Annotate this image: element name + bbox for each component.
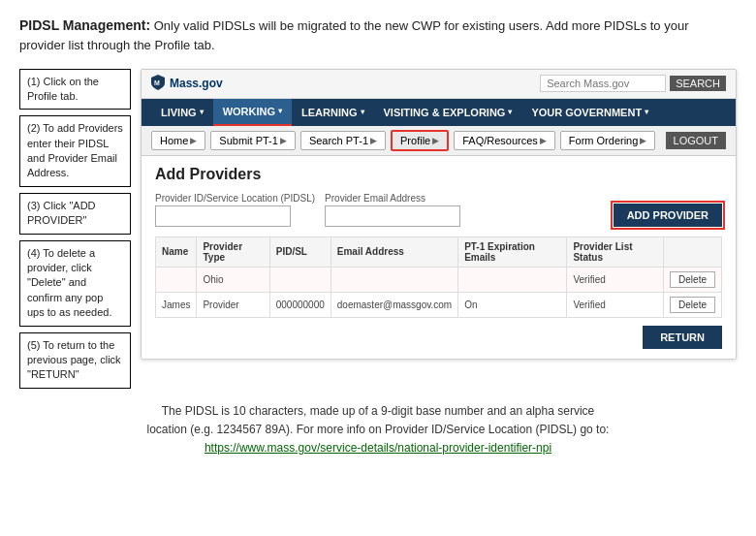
email-field-group: Provider Email Address xyxy=(325,193,460,227)
subnav-search-pt1[interactable]: Search PT-1 ▶ xyxy=(300,131,386,150)
chevron-down-icon: ▾ xyxy=(645,108,648,116)
col-actions xyxy=(664,236,722,267)
nav-item-learning[interactable]: LEARNING ▾ xyxy=(292,100,373,125)
arrow-icon: ▶ xyxy=(370,136,377,145)
cell-expiration: On xyxy=(458,292,567,317)
cell-name: James xyxy=(156,292,197,317)
cell-delete: Delete xyxy=(664,267,722,292)
col-email: Email Address xyxy=(331,236,457,267)
cell-type: Ohio xyxy=(197,267,269,292)
cell-pid: 000000000 xyxy=(269,292,331,317)
subnav-form-ordering[interactable]: Form Ordering ▶ xyxy=(560,131,656,150)
svg-text:M: M xyxy=(154,79,160,86)
sub-nav: Home ▶ Submit PT-1 ▶ Search PT-1 ▶ Profi… xyxy=(142,126,736,156)
cell-name xyxy=(156,267,197,292)
provider-table: Name Provider Type PID/SL Email Address … xyxy=(155,236,722,318)
table-header-row: Name Provider Type PID/SL Email Address … xyxy=(156,236,722,267)
search-input[interactable] xyxy=(540,75,666,92)
browser-mockup: M Mass.gov SEARCH LIVING ▾ WORKING ▾ LEA… xyxy=(141,69,737,360)
cell-email: doemaster@massgov.com xyxy=(331,292,457,317)
section-title: Add Providers xyxy=(155,166,722,183)
col-provider-type: Provider Type xyxy=(197,236,269,267)
col-status: Provider List Status xyxy=(567,236,664,267)
add-provider-button[interactable]: ADD PROVIDER xyxy=(614,204,722,227)
annotation-3: (3) Click "ADD PROVIDER" xyxy=(19,193,131,235)
chevron-down-icon: ▾ xyxy=(361,108,364,116)
footer-text: The PIDSL is 10 characters, made up of a… xyxy=(19,402,737,458)
cell-pid xyxy=(269,267,331,292)
nav-item-government[interactable]: YOUR GOVERNMENT ▾ xyxy=(521,100,658,125)
delete-button[interactable]: Delete xyxy=(670,297,715,313)
cell-status: Verified xyxy=(567,292,664,317)
pidsl-field-group: Provider ID/Service Location (PIDSL) xyxy=(155,193,315,227)
nav-item-living[interactable]: LIVING ▾ xyxy=(151,100,213,125)
massgov-logo: M Mass.gov xyxy=(151,75,223,93)
nav-item-working[interactable]: WORKING ▾ xyxy=(213,99,292,126)
shield-icon: M xyxy=(151,75,165,93)
return-row: RETURN xyxy=(155,326,722,349)
table-row: Ohio Verified Delete xyxy=(156,267,722,292)
annotation-5: (5) To return to the previous page, clic… xyxy=(19,332,131,389)
subnav-profile[interactable]: Profile ▶ xyxy=(391,130,449,151)
footer-link[interactable]: https://www.mass.gov/service-details/nat… xyxy=(205,441,551,455)
chevron-down-icon: ▾ xyxy=(278,107,282,115)
add-provider-form: Provider ID/Service Location (PIDSL) Pro… xyxy=(155,193,722,227)
cell-status: Verified xyxy=(567,267,664,292)
main-layout: (1) Click on the Profile tab. (2) To add… xyxy=(19,69,737,389)
annotations-column: (1) Click on the Profile tab. (2) To add… xyxy=(19,69,131,389)
pidsl-input[interactable] xyxy=(155,205,291,227)
cell-delete: Delete xyxy=(664,292,722,317)
arrow-icon: ▶ xyxy=(432,136,439,145)
email-label: Provider Email Address xyxy=(325,193,460,204)
subnav-submit-pt1[interactable]: Submit PT-1 ▶ xyxy=(210,131,296,150)
massgov-search: SEARCH xyxy=(540,75,726,92)
annotation-1: (1) Click on the Profile tab. xyxy=(19,69,131,110)
chevron-down-icon: ▾ xyxy=(508,108,512,116)
cell-email xyxy=(331,267,457,292)
content-area: Add Providers Provider ID/Service Locati… xyxy=(142,156,736,359)
cell-type: Provider xyxy=(197,292,269,317)
footer-line1: The PIDSL is 10 characters, made up of a… xyxy=(19,402,737,421)
massgov-logo-text: Mass.gov xyxy=(170,77,223,90)
table-row: James Provider 000000000 doemaster@massg… xyxy=(156,292,722,317)
search-button[interactable]: SEARCH xyxy=(670,76,726,91)
provider-email-input[interactable] xyxy=(325,205,460,227)
massgov-topbar: M Mass.gov SEARCH xyxy=(142,70,736,99)
arrow-icon: ▶ xyxy=(540,136,547,145)
col-expiration: PT-1 Expiration Emails xyxy=(458,236,567,267)
col-pid-sl: PID/SL xyxy=(269,236,331,267)
cell-expiration xyxy=(458,267,567,292)
subnav-faq[interactable]: FAQ/Resources ▶ xyxy=(454,131,555,150)
annotation-4: (4) To delete a provider, click "Delete"… xyxy=(19,240,131,327)
nav-item-visiting[interactable]: VISITING & EXPLORING ▾ xyxy=(374,100,522,125)
arrow-icon: ▶ xyxy=(190,136,197,145)
page-title: PIDSL Management: xyxy=(19,17,150,33)
return-button[interactable]: RETURN xyxy=(643,326,722,349)
logout-button[interactable]: LOGOUT xyxy=(666,132,726,149)
subnav-home[interactable]: Home ▶ xyxy=(151,131,205,150)
footer-line2: location (e.g. 1234567 89A). For more in… xyxy=(19,421,737,439)
annotation-2: (2) To add Providers enter their PIDSL a… xyxy=(19,115,131,187)
arrow-icon: ▶ xyxy=(640,136,646,145)
delete-button[interactable]: Delete xyxy=(670,271,715,288)
pidsl-label: Provider ID/Service Location (PIDSL) xyxy=(155,193,315,204)
main-nav: LIVING ▾ WORKING ▾ LEARNING ▾ VISITING &… xyxy=(142,99,736,126)
chevron-down-icon: ▾ xyxy=(200,108,204,116)
page-header: PIDSL Management: Only valid PIDSLs will… xyxy=(19,16,737,55)
col-name: Name xyxy=(156,236,197,267)
arrow-icon: ▶ xyxy=(280,136,287,145)
